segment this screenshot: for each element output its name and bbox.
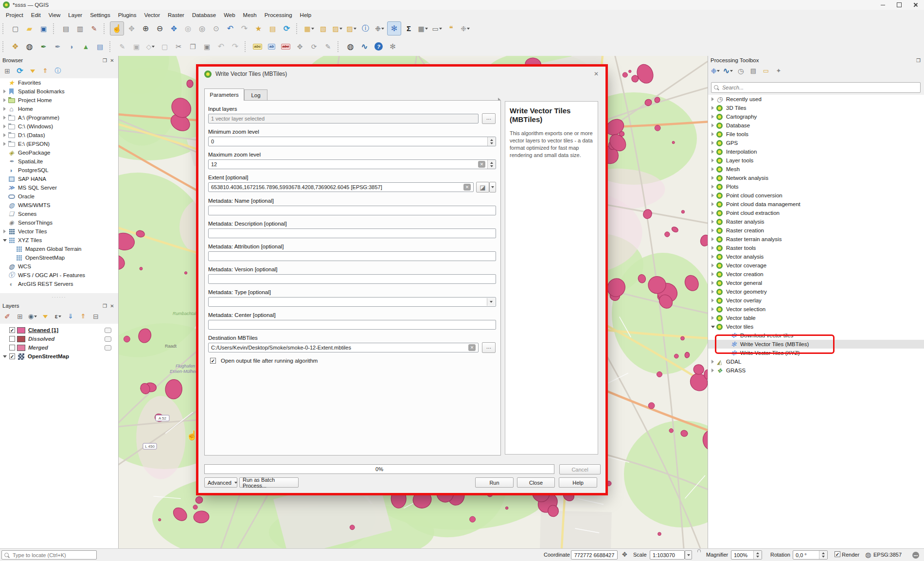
browser-item-c-windows[interactable]: C:\ (Windows) [0,122,118,131]
deselect-matching-icon[interactable] [345,22,358,35]
close-panel-icon[interactable] [108,57,116,64]
advanced-button[interactable]: Advanced [204,477,237,488]
add-vector-layer-icon[interactable] [37,40,50,53]
models-icon[interactable] [710,66,721,76]
layer-diagram-icon[interactable]: ab [265,40,278,53]
magnifier-field[interactable]: 100% [731,550,762,560]
spinner-arrows-icon[interactable] [487,160,496,169]
destination-browse-button[interactable] [482,342,496,353]
manage-visibility-icon[interactable] [27,311,38,322]
expand-right-icon[interactable] [710,202,715,206]
layer-item-openstreetmap[interactable]: OpenStreetMap [0,352,118,361]
toolbox-item-layer-tools[interactable]: Layer tools [708,156,924,165]
dialog-close-icon[interactable] [593,70,600,77]
toolbar-grip[interactable] [338,41,341,52]
coordinate-field[interactable]: 772772 6688427 [571,550,618,560]
layer-visibility-checkbox[interactable] [9,353,15,359]
input-layers-browse-button[interactable] [482,113,496,124]
locate-input[interactable] [12,552,94,559]
menu-layer[interactable]: Layer [64,11,86,19]
rotation-field[interactable]: 0,0 ° [793,550,828,560]
expand-right-icon[interactable] [710,150,715,154]
toolbar-grip[interactable] [53,23,56,34]
clear-value-icon[interactable] [468,344,476,351]
spinner-arrows-icon[interactable] [819,551,827,559]
input-layers-field[interactable]: 1 vector layer selected [208,114,479,123]
extent-field[interactable]: 653810.4036,1672156.7896,5993678.4208,73… [208,182,474,192]
toolbox-item-interpolation[interactable]: Interpolation [708,147,924,156]
toolbox-item-plots[interactable]: Plots [708,182,924,191]
expand-right-icon[interactable] [710,193,715,197]
expand-down-icon[interactable] [2,355,7,358]
browser-item-spatial-bookmarks[interactable]: Spatial Bookmarks [0,87,118,96]
expression-filter-icon[interactable] [53,311,63,322]
tab-log[interactable]: Log [244,89,267,101]
attribute-table-icon[interactable] [416,22,429,35]
panel-splitter[interactable] [0,293,118,301]
expand-right-icon[interactable] [2,98,7,102]
layer-visibility-checkbox[interactable] [9,345,15,351]
copy-features-icon[interactable] [186,40,199,53]
change-label-icon[interactable] [321,40,335,53]
min-zoom-spinbox[interactable]: 0 [208,137,496,146]
close-panel-icon[interactable] [108,302,116,309]
float-panel-icon[interactable] [101,57,108,64]
deselect-features-icon[interactable] [331,22,344,35]
refresh-map-icon[interactable] [280,22,293,35]
run-button[interactable]: Run [475,477,514,488]
paste-features-icon[interactable] [200,40,213,53]
expand-right-icon[interactable] [710,123,715,127]
browser-item-sap-hana[interactable]: SAP HANA [0,175,118,183]
pan-map-icon[interactable] [110,21,124,35]
filter-legend-icon[interactable] [40,311,51,322]
open-output-checkbox[interactable] [210,358,216,364]
toolbox-item-point-cloud-conversion[interactable]: Point cloud conversion [708,191,924,200]
menu-vector[interactable]: Vector [140,11,164,19]
expand-right-icon[interactable] [2,133,7,137]
close-dialog-button[interactable]: Close [517,477,555,488]
layout-manager-icon[interactable] [73,22,87,35]
model-designer-icon[interactable] [386,40,399,53]
move-label-icon[interactable] [293,40,306,53]
menu-project[interactable]: Project [2,11,27,19]
toolbox-item-vector-tiles[interactable]: Vector tiles [708,322,924,331]
expand-right-icon[interactable] [710,176,715,180]
expand-right-icon[interactable] [2,107,7,111]
layer-item-merged[interactable]: Merged [0,343,118,352]
toolbox-item-raster-tools[interactable]: Raster tools [708,244,924,252]
layer-visibility-checkbox[interactable] [9,327,15,333]
new-project-icon[interactable] [9,22,22,35]
toolbox-item-point-cloud-extraction[interactable]: Point cloud extraction [708,209,924,217]
expand-right-icon[interactable] [710,246,715,250]
maximize-button[interactable] [891,0,907,10]
meta-center-field[interactable] [208,320,496,330]
expand-right-icon[interactable] [710,132,715,136]
browser-item-mapzen-global-terrain[interactable]: Mapzen Global Terrain [0,245,118,253]
browser-item-sensorthings[interactable]: SensorThings [0,218,118,227]
expand-right-icon[interactable] [710,316,715,320]
expand-right-icon[interactable] [710,272,715,276]
dialog-titlebar[interactable]: Write Vector Tiles (MBTiles) [198,67,605,81]
toolbox-item-gps[interactable]: GPS [708,139,924,147]
browser-item-e-epson[interactable]: E:\ (EPSON) [0,140,118,148]
toolbox-item-vector-table[interactable]: Vector table [708,314,924,322]
scale-combobox[interactable]: 1:103070 [650,550,685,560]
max-zoom-spinbox[interactable]: 12 [208,159,496,169]
expand-right-icon[interactable] [2,124,7,128]
menu-mesh[interactable]: Mesh [239,11,261,19]
expand-right-icon[interactable] [710,360,715,364]
menu-view[interactable]: View [45,11,65,19]
add-delimited-text-icon[interactable] [93,40,107,53]
toolbox-item-database[interactable]: Database [708,121,924,130]
expand-right-icon[interactable] [710,167,715,171]
browser-item-favorites[interactable]: Favorites [0,78,118,87]
run-as-batch-button[interactable]: Run as Batch Process... [239,477,299,488]
zoom-in-icon[interactable] [139,22,152,35]
toolbar-grip[interactable] [296,23,300,34]
add-postgis-layer-icon[interactable] [65,40,78,53]
filter-browser-icon[interactable] [27,66,38,76]
measure-icon[interactable] [430,22,444,35]
expand-right-icon[interactable] [710,281,715,285]
add-selected-layers-icon[interactable] [2,66,13,76]
expand-right-icon[interactable] [710,185,715,189]
